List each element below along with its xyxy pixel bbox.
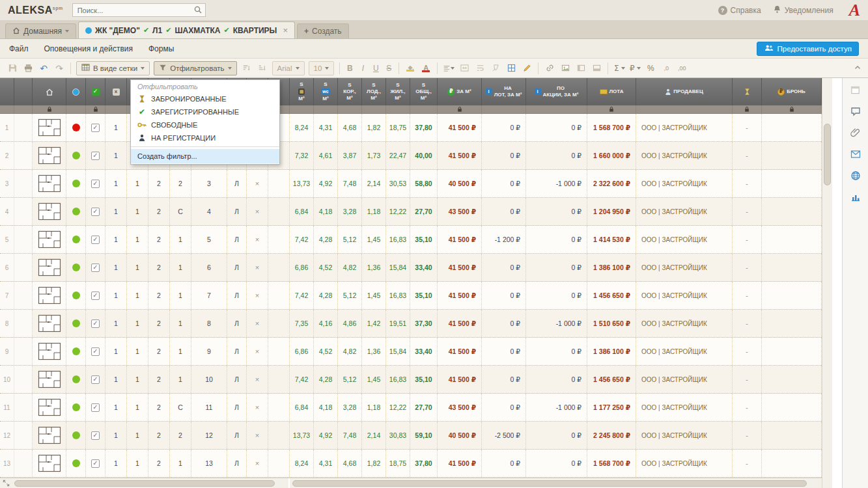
- cell-discount-per-lot[interactable]: 0 ₽: [482, 142, 526, 169]
- cell-seller[interactable]: ООО | ЗАСТРОЙЩИК: [636, 366, 733, 393]
- column-header-s-corridor[interactable]: S КОР., М²: [338, 78, 362, 105]
- cell-price-per-m2[interactable]: 41 500 ₽: [438, 142, 482, 169]
- cell-s-total[interactable]: 37,80: [410, 450, 438, 477]
- cell-rooms[interactable]: 1: [170, 226, 191, 253]
- cell-entrance[interactable]: 1: [105, 114, 127, 141]
- cell-rooms[interactable]: 1: [170, 282, 191, 309]
- tab-close-icon[interactable]: ×: [283, 25, 288, 35]
- expand-icon[interactable]: [0, 480, 12, 487]
- table-row[interactable]: 3 ✓ 1 1 2 2 3 Л × 13,73 4,92 7,48 2,14 3…: [0, 170, 822, 198]
- cell-lot-price[interactable]: 1 660 000 ₽: [587, 142, 636, 169]
- cell-s-corridor[interactable]: 4,82: [338, 254, 362, 281]
- cell-section[interactable]: 2: [148, 254, 170, 281]
- column-header-checkbox[interactable]: ✓: [86, 78, 105, 105]
- increase-decimals-icon[interactable]: ,00: [675, 61, 689, 76]
- cell-s-living[interactable]: 16,83: [386, 282, 410, 309]
- cell-discount-per-lot[interactable]: -1 200 ₽: [482, 226, 526, 253]
- underline-button[interactable]: U: [370, 64, 382, 73]
- cell-s-total[interactable]: 59,10: [410, 422, 438, 449]
- cell-price-per-m2[interactable]: 40 500 ₽: [438, 422, 482, 449]
- cell-remove[interactable]: ×: [247, 394, 268, 421]
- cell-floor[interactable]: 1: [127, 394, 148, 421]
- table-row[interactable]: 4 ✓ 1 1 2 С 4 Л × 6,84 4,18 3,28 1,18 12…: [0, 198, 822, 226]
- cell-liter[interactable]: Л: [227, 422, 247, 449]
- fill-color-icon[interactable]: [403, 61, 417, 76]
- cell-s-loggia[interactable]: 1,45: [362, 282, 386, 309]
- floorplan-cell[interactable]: [33, 422, 66, 449]
- cell-liter[interactable]: Л: [227, 282, 247, 309]
- checkbox-cell[interactable]: ✓: [86, 310, 105, 337]
- cell-price-per-m2[interactable]: 41 500 ₽: [438, 282, 482, 309]
- cell-s-wc[interactable]: 4,28: [314, 226, 338, 253]
- cell-s-kitchen[interactable]: 6,86: [290, 254, 314, 281]
- cell-empty[interactable]: [268, 394, 290, 421]
- cell-floor[interactable]: 1: [127, 366, 148, 393]
- cell-promo-per-m2[interactable]: 0 ₽: [526, 366, 587, 393]
- table-row[interactable]: 12 ✓ 1 1 2 2 12 Л × 13,73 4,92 7,48 2,14…: [0, 422, 822, 450]
- undo-icon[interactable]: ↶: [36, 61, 51, 76]
- redo-icon[interactable]: ↷: [52, 61, 66, 76]
- checkbox-cell[interactable]: ✓: [86, 366, 105, 393]
- cell-s-wc[interactable]: 4,28: [314, 366, 338, 393]
- cell-entrance[interactable]: 1: [105, 422, 127, 449]
- tab-active-document[interactable]: ЖК "ДЕМО" ✔ Л1 ✔ ШАХМАТКА ✔ КВАРТИРЫ ×: [78, 21, 295, 38]
- cell-s-corridor[interactable]: 3,28: [338, 394, 362, 421]
- align-dropdown-icon[interactable]: [441, 61, 456, 76]
- cell-s-wc[interactable]: 4,18: [314, 198, 338, 225]
- cell-s-corridor[interactable]: 3,87: [338, 142, 362, 169]
- cell-empty[interactable]: [268, 170, 290, 197]
- cell-seller[interactable]: ООО | ЗАСТРОЙЩИК: [636, 226, 733, 253]
- panel-bottom-icon[interactable]: [589, 61, 604, 76]
- table-row[interactable]: 6 ✓ 1 1 2 1 6 Л × 6,86 4,52 4,82 1,36 15…: [0, 254, 822, 282]
- row-checkbox[interactable]: ✓: [91, 152, 100, 160]
- share-mail-icon[interactable]: [848, 146, 863, 162]
- row-checkbox[interactable]: ✓: [91, 208, 100, 216]
- cell-s-wc[interactable]: 4,92: [314, 170, 338, 197]
- floorplan-cell[interactable]: [33, 338, 66, 365]
- checkbox-cell[interactable]: ✓: [86, 170, 105, 197]
- cell-floor[interactable]: 1: [127, 198, 148, 225]
- cell-s-loggia[interactable]: 1,82: [362, 450, 386, 477]
- column-header-s-wc[interactable]: S wc М²: [314, 78, 338, 105]
- panel-left-icon[interactable]: [574, 61, 588, 76]
- cell-entrance[interactable]: 1: [105, 450, 127, 477]
- table-row[interactable]: 8 ✓ 1 1 2 1 8 Л × 7,35 4,16 4,86 1,42 19…: [0, 310, 822, 338]
- brand-logo[interactable]: A: [849, 2, 860, 19]
- filter-menu-item-booked[interactable]: ЗАБРОНИРОВАННЫЕ: [131, 92, 279, 105]
- cell-s-wc[interactable]: 4,28: [314, 282, 338, 309]
- status-cell[interactable]: [66, 310, 86, 337]
- cell-seller[interactable]: ООО | ЗАСТРОЙЩИК: [636, 170, 733, 197]
- cell-s-corridor[interactable]: 3,28: [338, 198, 362, 225]
- cell-unit-number[interactable]: 12: [191, 422, 227, 449]
- cell-section[interactable]: 2: [148, 366, 170, 393]
- checkbox-cell[interactable]: ✓: [86, 198, 105, 225]
- cell-liter[interactable]: Л: [227, 338, 247, 365]
- checkbox-cell[interactable]: ✓: [86, 450, 105, 477]
- cell-lot-price[interactable]: 2 322 600 ₽: [587, 170, 636, 197]
- cell-s-loggia[interactable]: 1,73: [362, 142, 386, 169]
- cell-floor[interactable]: 1: [127, 170, 148, 197]
- column-header-discount-per-lot[interactable]: i НА ЛОТ, ЗА М²: [482, 78, 526, 105]
- cell-hourglass[interactable]: -: [733, 282, 762, 309]
- cell-promo-per-m2[interactable]: 0 ₽: [526, 114, 587, 141]
- row-checkbox[interactable]: ✓: [91, 236, 100, 244]
- cell-empty[interactable]: [268, 254, 290, 281]
- cell-promo-per-m2[interactable]: 0 ₽: [526, 450, 587, 477]
- cell-booking[interactable]: [762, 226, 822, 253]
- checkbox-cell[interactable]: ✓: [86, 114, 105, 141]
- cell-liter[interactable]: Л: [227, 226, 247, 253]
- cell-seller[interactable]: ООО | ЗАСТРОЙЩИК: [636, 422, 733, 449]
- cell-s-living[interactable]: 16,83: [386, 226, 410, 253]
- cell-promo-per-m2[interactable]: 0 ₽: [526, 338, 587, 365]
- cell-s-living[interactable]: 18,75: [386, 450, 410, 477]
- merge-cells-icon[interactable]: [457, 61, 471, 76]
- image-icon[interactable]: [558, 61, 572, 76]
- cell-unit-number[interactable]: 6: [191, 254, 227, 281]
- font-size-dropdown[interactable]: 10: [309, 61, 335, 75]
- cell-discount-per-lot[interactable]: 0 ₽: [482, 450, 526, 477]
- cell-s-loggia[interactable]: 1,18: [362, 198, 386, 225]
- cell-s-kitchen[interactable]: 6,86: [290, 338, 314, 365]
- cell-s-living[interactable]: 16,83: [386, 366, 410, 393]
- cell-empty[interactable]: [268, 226, 290, 253]
- checkbox-cell[interactable]: ✓: [86, 226, 105, 253]
